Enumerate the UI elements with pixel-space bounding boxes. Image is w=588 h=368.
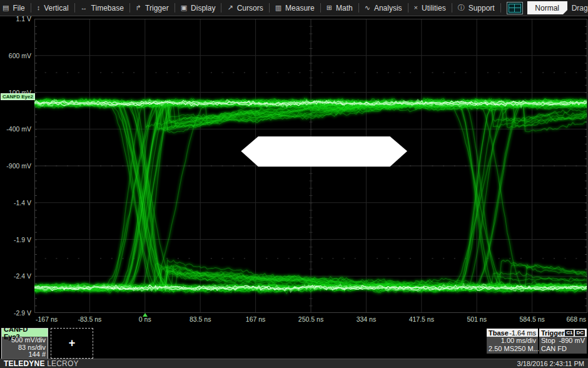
trigger-coupling-badge: DC [575, 330, 585, 336]
file-icon: ▤ [3, 4, 9, 11]
trigger-mode: Stop [541, 337, 555, 345]
vertical-icon: ↕ [37, 4, 41, 11]
menu-item-label: File [13, 4, 24, 13]
menu-separator [269, 3, 270, 13]
y-axis-label: -900 mV [0, 163, 31, 169]
menu-item-vertical[interactable]: ↕Vertical [37, 4, 69, 13]
support-icon: ⓘ [458, 4, 465, 11]
menu-item-label: Analysis [374, 4, 402, 13]
menu-separator [74, 3, 75, 13]
eye-mask [241, 136, 407, 166]
menu-item-label: Utilities [422, 4, 446, 13]
datetime-display: 3/18/2016 2:43:11 PM [517, 360, 584, 367]
utilities-icon: × [414, 4, 418, 11]
timebase-per-div: 1.00 ms/div [501, 337, 536, 345]
timebase-samples: 2.50 MS [489, 345, 514, 353]
display-mode-button[interactable] [507, 2, 523, 14]
scope-grid-icon [509, 4, 521, 13]
menu-item-label: Measure [285, 4, 315, 13]
math-icon: ⊞ [327, 4, 332, 11]
menu-item-label: Vertical [44, 4, 68, 13]
menu-item-file[interactable]: ▤File [3, 4, 25, 13]
measure-icon: ▥ [275, 4, 281, 11]
x-axis-label: -83.5 ns [78, 315, 101, 323]
trace-level-badge[interactable]: CANFD Eye2 [1, 93, 35, 100]
eye-trace [34, 99, 587, 286]
x-axis-label: 668 ns [566, 315, 586, 323]
menu-item-timebase[interactable]: ↔Timebase [81, 4, 124, 13]
menu-bar: ▤File↕Vertical↔Timebase↱Trigger▣Display↗… [0, 0, 588, 16]
cursors-icon: ↗ [227, 4, 233, 11]
timebase-rate: 250 M... [514, 345, 539, 353]
trigger-icon: ↱ [136, 4, 141, 11]
eye-diagram-plot [34, 19, 587, 313]
x-axis-label: 417.5 ns [409, 315, 434, 323]
menu-separator [320, 3, 321, 13]
analysis-icon: ∿ [365, 4, 370, 11]
menu-item-utilities[interactable]: ×Utilities [414, 4, 446, 13]
x-axis-label: 584.5 ns [519, 315, 544, 323]
menu-separator [129, 3, 130, 13]
menu-right-cluster: Normal DragAc... Undo ↶ [507, 1, 588, 16]
menu-item-math[interactable]: ⊞Math [327, 4, 353, 13]
oscilloscope-app: ▤File↕Vertical↔Timebase↱Trigger▣Display↗… [0, 0, 588, 368]
menu-separator [31, 3, 31, 13]
plus-icon: + [69, 337, 76, 350]
menu-item-label: Trigger [145, 4, 169, 13]
trace-descriptor-box[interactable]: CANFD Eye2 500 mV/div 83 ns/div 144 # [1, 328, 48, 360]
y-axis-label: -400 mV [0, 126, 31, 132]
brand-logo: TELEDYNE LECROY [4, 359, 79, 368]
brand-teledyne: TELEDYNE [4, 359, 45, 368]
menu-separator [358, 3, 359, 13]
x-axis-label: -167 ns [36, 315, 58, 323]
normal-mode-label: Normal [535, 4, 559, 13]
menu-separator [175, 3, 175, 13]
y-axis-label: -1.4 V [0, 200, 31, 206]
x-axis-label: 501 ns [467, 315, 487, 323]
timebase-icon: ↔ [81, 4, 88, 11]
menu-item-label: Cursors [237, 4, 263, 13]
menu-item-trigger[interactable]: ↱Trigger [136, 4, 169, 13]
y-axis-label: 1.1 V [0, 16, 31, 22]
menu-item-support[interactable]: ⓘSupport [458, 4, 495, 13]
menu-item-display[interactable]: ▣Display [181, 4, 216, 13]
menu-separator [452, 3, 452, 13]
eye-trace [34, 99, 587, 286]
timebase-title: Tbase [489, 329, 509, 337]
timebase-offset: -1.64 ms [509, 329, 536, 337]
trigger-bus-type: CAN FD [541, 345, 567, 353]
brand-lecroy: LECROY [47, 359, 79, 368]
x-axis-label: 250.5 ns [298, 315, 323, 323]
display-icon: ▣ [181, 4, 187, 11]
x-axis-label: 167 ns [246, 315, 266, 323]
add-trace-button[interactable]: + [51, 328, 93, 359]
trigger-title: Trigger [541, 329, 564, 337]
timebase-descriptor-box[interactable]: Tbase -1.64 ms 1.00 ms/div 2.50 MS 250 M… [487, 329, 538, 354]
y-axis-label: -2.4 V [0, 273, 31, 279]
y-axis-label: -2.9 V [0, 310, 31, 316]
vertical-scale-value: 500 mV/div [11, 337, 46, 344]
menu-separator [500, 3, 501, 13]
menu-item-analysis[interactable]: ∿Analysis [365, 4, 402, 13]
menu-separator [408, 3, 408, 13]
drag-acquire-label[interactable]: DragAc... [572, 4, 588, 13]
menu-item-label: Math [336, 4, 353, 13]
trigger-time-marker-icon[interactable] [143, 313, 148, 317]
y-axis-label: 600 mV [0, 53, 31, 59]
graticule-area[interactable] [34, 19, 587, 313]
normal-mode-dropdown[interactable]: Normal [527, 1, 567, 14]
dropdown-fold-icon [563, 10, 567, 14]
y-axis-label: -1.9 V [0, 237, 31, 243]
trigger-descriptor-box[interactable]: Trigger C1 DC Stop -890 mV CAN FD [539, 329, 587, 354]
menu-item-cursors[interactable]: ↗Cursors [227, 4, 263, 13]
menu-items: ▤File↕Vertical↔Timebase↱Trigger▣Display↗… [3, 0, 507, 16]
trigger-source-badge: C1 [565, 330, 574, 336]
menu-item-measure[interactable]: ▥Measure [275, 4, 315, 13]
x-axis-label: 83.5 ns [190, 315, 211, 323]
menu-item-label: Support [469, 4, 495, 13]
x-axis-label: 334 ns [357, 315, 377, 323]
menu-item-label: Timebase [91, 4, 124, 13]
menu-item-label: Display [191, 4, 215, 13]
sweep-count-value: 144 # [28, 351, 46, 359]
menu-separator [221, 3, 221, 13]
